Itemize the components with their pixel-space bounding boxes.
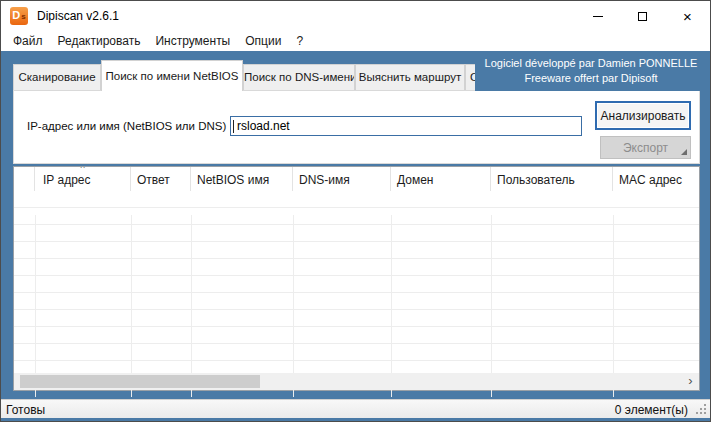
credits-banner: Logiciel développé par Damien PONNELLE F… <box>475 53 707 91</box>
close-button[interactable]: × <box>665 1 710 31</box>
menu-help[interactable]: ? <box>296 34 303 48</box>
column-gridline <box>191 215 192 397</box>
item-count: 0 элемент(ы) <box>615 403 688 417</box>
column-header-ip-label: IP адрес <box>43 173 90 187</box>
results-table: ^IP адрес Ответ NetBIOS имя DNS-имя Доме… <box>13 166 700 391</box>
credits-line1: Logiciel développé par Damien PONNELLE <box>475 56 707 71</box>
close-icon: × <box>683 9 692 24</box>
horizontal-scrollbar[interactable]: ‹ › <box>14 373 699 390</box>
titlebar[interactable]: Ds Dipiscan v2.6.1 × <box>1 1 710 31</box>
status-text: Готовы <box>6 403 45 417</box>
scrollbar-thumb[interactable] <box>20 375 260 388</box>
export-button-label: Экспорт <box>623 141 668 155</box>
minimize-button[interactable] <box>575 1 620 31</box>
table-header: ^IP адрес Ответ NetBIOS имя DNS-имя Доме… <box>14 167 699 191</box>
window-controls: × <box>575 1 710 31</box>
menu-edit[interactable]: Редактировать <box>58 34 141 48</box>
statusbar: Готовы 0 элемент(ы) <box>1 399 710 418</box>
netbios-search-panel: IP-адрес или имя (NetBIOS или DNS) Анали… <box>13 90 700 164</box>
ip-name-label: IP-адрес или имя (NetBIOS или DNS) <box>27 120 226 132</box>
column-header-netbios-name[interactable]: NetBIOS имя <box>191 167 293 191</box>
column-header-dns-name[interactable]: DNS-имя <box>293 167 391 191</box>
menu-options[interactable]: Опции <box>245 34 281 48</box>
column-gridline <box>491 215 492 397</box>
app-window: Ds Dipiscan v2.6.1 × Файл Редактировать … <box>0 0 711 422</box>
maximize-icon <box>638 12 647 21</box>
menu-tools[interactable]: Инструменты <box>155 34 230 48</box>
column-header-mac[interactable]: MAC адрес <box>613 167 699 191</box>
table-body-grid <box>14 191 699 373</box>
column-gridline <box>131 215 132 397</box>
tab-scan[interactable]: Сканирование <box>13 64 101 90</box>
column-header-user[interactable]: Пользователь <box>491 167 613 191</box>
ip-name-input[interactable] <box>230 116 582 136</box>
window-title: Dipiscan v2.6.1 <box>37 9 119 23</box>
column-header-rowmark[interactable] <box>14 167 35 191</box>
analyze-button[interactable]: Анализировать <box>595 101 691 130</box>
app-icon: Ds <box>10 7 28 25</box>
app-icon-letter: D <box>12 9 20 21</box>
tab-netbios-search[interactable]: Поиск по имени NetBIOS <box>101 60 243 91</box>
column-gridline <box>293 215 294 397</box>
scroll-right-icon: › <box>688 373 692 388</box>
app-icon-sub-letter: s <box>21 12 25 21</box>
text-caret <box>233 120 234 133</box>
column-gridline <box>391 215 392 397</box>
menu-file[interactable]: Файл <box>13 34 43 48</box>
tab-dns-search[interactable]: Поиск по DNS-имени <box>243 64 355 90</box>
column-gridline <box>613 215 614 397</box>
sort-ascending-icon: ^ <box>80 167 84 173</box>
column-gridline <box>35 215 36 397</box>
column-header-ip[interactable]: ^IP адрес <box>35 167 131 191</box>
resize-grip[interactable] <box>696 404 708 416</box>
export-dropdown-icon <box>681 149 687 155</box>
menubar: Файл Редактировать Инструменты Опции ? <box>1 31 710 51</box>
scroll-right-button[interactable]: › <box>682 373 699 390</box>
minimize-icon <box>593 16 603 17</box>
column-header-domain[interactable]: Домен <box>391 167 491 191</box>
export-button[interactable]: Экспорт <box>600 136 691 159</box>
maximize-button[interactable] <box>620 1 665 31</box>
credits-line2: Freeware offert par Dipisoft <box>475 71 707 86</box>
tab-traceroute[interactable]: Выяснить маршрут <box>355 64 465 90</box>
column-header-response[interactable]: Ответ <box>131 167 191 191</box>
